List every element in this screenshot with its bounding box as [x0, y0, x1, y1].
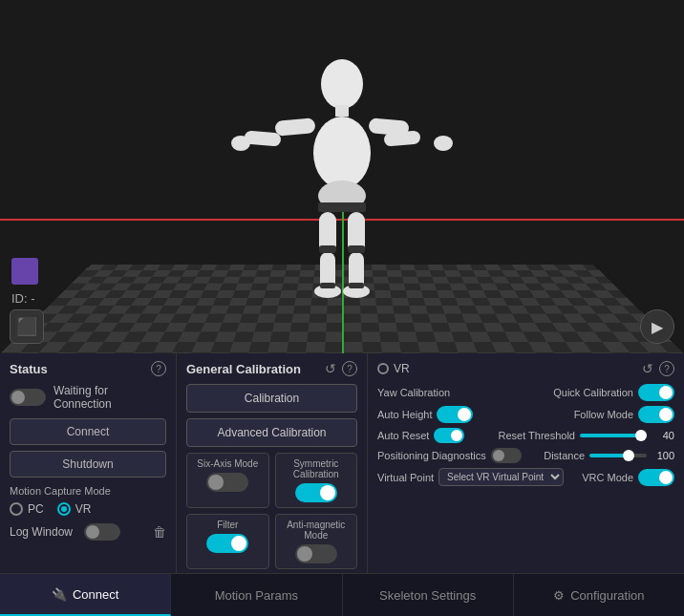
- bottom-tabs: 🔌 Connect Motion Params Skeleton Setting…: [0, 573, 684, 616]
- log-window-label: Log Window: [10, 525, 73, 539]
- vrc-mode-item: VRC Mode: [582, 469, 674, 486]
- tab-connect-label: Connect: [73, 587, 118, 602]
- svg-rect-19: [320, 283, 335, 288]
- quick-calibration-toggle[interactable]: [638, 384, 674, 401]
- auto-height-follow-row: Auto Height Follow Mode: [377, 406, 674, 423]
- filter-box: Filter: [186, 514, 269, 569]
- reset-threshold-slider[interactable]: [580, 434, 647, 437]
- auto-height-toggle[interactable]: [437, 406, 473, 423]
- gear-icon: ⚙: [553, 588, 565, 603]
- tab-motion-params-label: Motion Params: [215, 588, 298, 603]
- trash-icon[interactable]: 🗑: [153, 524, 166, 540]
- symmetric-toggle-wrap: [282, 483, 352, 502]
- tab-connect[interactable]: 🔌 Connect: [0, 574, 171, 616]
- six-axis-toggle-wrap: [193, 473, 263, 492]
- vr-radio-circle: [57, 502, 71, 516]
- anti-magnetic-toggle-wrap: [282, 544, 352, 563]
- status-panel: Status ? Waiting for Connection Connect …: [0, 353, 177, 573]
- svg-point-8: [434, 136, 453, 151]
- distance-value: 100: [652, 450, 674, 461]
- calibration-panel: General Calibration ↺ ? Calibration Adva…: [177, 353, 368, 573]
- pc-label: PC: [28, 502, 44, 516]
- pc-radio[interactable]: PC: [10, 502, 44, 516]
- advanced-calibration-button[interactable]: Advanced Calibration: [186, 418, 357, 447]
- motion-mode-radio-row: PC VR: [10, 502, 166, 516]
- virtual-point-row: Virtual Point Select VR Virtual Point VR…: [377, 468, 674, 486]
- six-axis-toggle[interactable]: [206, 473, 248, 492]
- svg-point-0: [321, 59, 363, 109]
- tab-configuration[interactable]: ⚙ Configuration: [514, 574, 684, 616]
- symmetric-toggle[interactable]: [295, 483, 337, 502]
- tab-skeleton-settings-label: Skeleton Settings: [379, 588, 476, 603]
- positioning-diagnostics-item: Positioning Diagnostics: [377, 448, 522, 463]
- tab-skeleton-settings[interactable]: Skeleton Settings: [343, 574, 514, 616]
- virtual-point-item: Virtual Point Select VR Virtual Point: [377, 468, 564, 486]
- auto-height-label: Auto Height: [377, 409, 432, 420]
- vrc-mode-toggle[interactable]: [638, 469, 674, 486]
- advanced-refresh-icon[interactable]: ↺: [642, 361, 653, 376]
- purple-indicator: [11, 258, 38, 285]
- six-axis-label: Six-Axis Mode: [193, 458, 263, 469]
- connection-status-label: Waiting for Connection: [53, 384, 166, 411]
- cube-button[interactable]: ⬛: [10, 309, 44, 344]
- vrc-mode-label: VRC Mode: [582, 472, 633, 483]
- tab-motion-params[interactable]: Motion Params: [171, 574, 342, 616]
- follow-mode-toggle[interactable]: [638, 406, 674, 423]
- reset-threshold-value: 40: [652, 430, 674, 441]
- six-axis-mode-box: Six-Axis Mode: [186, 453, 269, 508]
- calibration-title: General Calibration: [186, 362, 301, 376]
- log-window-row: Log Window 🗑: [10, 523, 166, 541]
- distance-label: Distance: [544, 450, 585, 461]
- plug-icon: 🔌: [52, 587, 67, 602]
- avatar: [227, 48, 457, 315]
- advanced-panel: VR ↺ ? Yaw Calibration Quick Calibration…: [368, 353, 684, 573]
- quick-calibration-item: Quick Calibration: [553, 384, 674, 401]
- shutdown-button[interactable]: Shutdown: [10, 451, 166, 478]
- id-label: ID: -: [11, 291, 35, 306]
- positioning-row: Positioning Diagnostics Distance 100: [377, 448, 674, 463]
- anti-magnetic-box: Anti-magnetic Mode: [275, 514, 358, 569]
- symmetric-label: Symmetric Calibration: [282, 458, 352, 479]
- motion-capture-label: Motion Capture Mode: [10, 485, 166, 497]
- advanced-info-icon[interactable]: ?: [659, 361, 674, 376]
- connection-toggle[interactable]: [10, 389, 46, 406]
- svg-point-2: [313, 117, 371, 189]
- mode-controls-row: Six-Axis Mode Symmetric Calibration: [186, 453, 357, 508]
- status-panel-header: Status ?: [10, 361, 166, 376]
- filter-toggle[interactable]: [206, 534, 248, 553]
- calibration-header-icons: ↺ ?: [325, 361, 357, 376]
- anti-magnetic-toggle[interactable]: [295, 544, 337, 563]
- filter-controls-row: Filter Anti-magnetic Mode: [186, 514, 357, 569]
- calibration-refresh-icon[interactable]: ↺: [325, 361, 336, 376]
- svg-rect-17: [319, 245, 336, 253]
- status-info-icon[interactable]: ?: [151, 361, 166, 376]
- vr-badge-label: VR: [394, 362, 410, 375]
- yaw-calibration-label: Yaw Calibration: [377, 387, 450, 398]
- symmetric-calibration-box: Symmetric Calibration: [275, 453, 358, 508]
- vr-badge: VR: [377, 362, 410, 375]
- distance-item: Distance 100: [544, 450, 674, 461]
- vr-radio[interactable]: VR: [57, 502, 92, 516]
- connect-button[interactable]: Connect: [10, 418, 166, 445]
- svg-point-5: [231, 136, 250, 151]
- advanced-header-icons: ↺ ?: [642, 361, 674, 376]
- positioning-diagnostics-toggle[interactable]: [491, 448, 522, 463]
- virtual-point-select[interactable]: Select VR Virtual Point: [438, 468, 564, 486]
- svg-rect-18: [348, 245, 365, 253]
- vr-label: VR: [75, 502, 92, 516]
- tab-configuration-label: Configuration: [570, 588, 644, 603]
- advanced-panel-header: VR ↺ ?: [377, 361, 674, 376]
- auto-reset-toggle[interactable]: [434, 428, 464, 443]
- follow-mode-label: Follow Mode: [574, 409, 633, 420]
- auto-reset-row: Auto Reset Reset Threshold 40: [377, 428, 674, 443]
- play-button[interactable]: ▶: [640, 309, 674, 344]
- auto-height-item: Auto Height: [377, 406, 473, 423]
- svg-rect-1: [335, 105, 349, 117]
- distance-slider[interactable]: [589, 454, 647, 457]
- calibration-info-icon[interactable]: ?: [342, 361, 357, 376]
- quick-calibration-label: Quick Calibration: [553, 387, 633, 398]
- yaw-calibration-row: Yaw Calibration Quick Calibration: [377, 384, 674, 401]
- pc-radio-circle: [10, 502, 23, 516]
- calibration-button[interactable]: Calibration: [186, 384, 357, 413]
- log-window-toggle[interactable]: [84, 523, 120, 541]
